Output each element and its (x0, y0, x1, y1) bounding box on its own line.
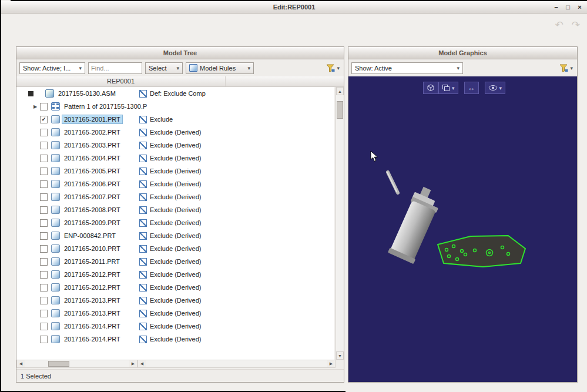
rule-column-scrollbar[interactable]: ◀ ▶ (137, 360, 336, 368)
row-checkbox[interactable] (40, 336, 48, 343)
tree-horizontal-scrollbars: ◀ ▶ ◀ ▶ (16, 360, 344, 368)
model-graphics-title: Model Graphics (438, 49, 487, 56)
cylinder-rod (388, 172, 398, 193)
table-row[interactable]: 2017165-2003.PRT Exclude (Derived) (16, 139, 334, 152)
horizontal-scroll-thumb[interactable] (48, 361, 69, 367)
table-row[interactable]: 2017165-2012.PRT Exclude (Derived) (16, 281, 334, 294)
row-checkbox[interactable] (40, 129, 48, 136)
expand-toggle[interactable]: ▶ (31, 104, 40, 109)
row-checkbox[interactable] (40, 258, 48, 266)
minimize-button[interactable]: – (551, 2, 561, 12)
rule-label: Exclude (Derived) (150, 219, 201, 226)
table-row[interactable]: 2017165-2008.PRT Exclude (Derived) (16, 203, 334, 216)
undo-redo-group: ↶ ↷ (555, 19, 581, 31)
row-checkbox[interactable] (40, 155, 48, 162)
show-filter-dropdown[interactable]: Show: Active; I... ▾ (19, 62, 85, 74)
scroll-up-icon[interactable]: ▲ (336, 87, 344, 95)
name-cell: 2017165-2002.PRT (16, 126, 152, 139)
row-checkbox[interactable] (40, 271, 48, 279)
rule-cell: Exclude (Derived) (139, 310, 201, 317)
name-cell: 2017165-2004.PRT (16, 152, 152, 165)
table-row[interactable]: 2017165-2011.PRT Exclude (Derived) (16, 255, 334, 268)
graphics-show-dropdown[interactable]: Show: Active ▾ (351, 62, 463, 74)
saved-orientations-button[interactable] (423, 82, 438, 94)
table-row[interactable]: 2017165-2004.PRT Exclude (Derived) (16, 152, 334, 165)
rule-cell: Exclude (Derived) (139, 129, 201, 136)
redo-icon[interactable]: ↷ (572, 19, 580, 31)
row-checkbox[interactable] (40, 284, 48, 292)
table-row[interactable]: 2017165-2014.PRT Exclude (Derived) (16, 333, 334, 346)
row-checkbox[interactable] (40, 323, 48, 330)
model-rules-dropdown[interactable]: Model Rules ▾ (186, 62, 254, 74)
tree-column-header: REP0001 (16, 76, 344, 87)
row-checkbox[interactable] (40, 245, 48, 253)
name-column-scrollbar[interactable]: ◀ ▶ (16, 360, 137, 368)
exclude-rule-icon (139, 206, 147, 214)
row-checkbox[interactable] (40, 232, 48, 240)
scroll-down-icon[interactable]: ▼ (336, 351, 344, 360)
select-dropdown[interactable]: Select ▾ (145, 62, 183, 74)
name-cell: ▶ Pattern 1 of 2017155-1300.P (16, 100, 152, 113)
pan-zoom-button[interactable]: ↔ (464, 82, 479, 94)
table-row[interactable]: 2017165-2014.PRT Exclude (Derived) (16, 320, 334, 333)
scroll-left-icon[interactable]: ◀ (17, 360, 25, 367)
cylinder-body (388, 185, 444, 264)
node-label: 2017165-2013.PRT (62, 309, 122, 317)
application-window: Edit:REP0001 – □ × ↶ ↷ Model Tree Show: … (0, 0, 587, 392)
table-row[interactable]: 2017165-2006.PRT Exclude (Derived) (16, 177, 334, 190)
name-cell: 2017165-2013.PRT (16, 307, 152, 320)
name-cell: 2017165-2012.PRT (16, 281, 152, 294)
table-row[interactable]: 2017155-0130.ASM Def: Exclude Comp (16, 87, 334, 100)
viewport[interactable]: ▾ ↔ ▾ (348, 76, 577, 382)
row-checkbox[interactable] (40, 180, 48, 188)
table-row[interactable]: 2017165-2012.PRT Exclude (Derived) (16, 268, 334, 281)
table-row[interactable]: 2017165-2010.PRT Exclude (Derived) (16, 242, 334, 255)
display-style-button[interactable]: ▾ (438, 82, 458, 94)
maximize-button[interactable]: □ (563, 2, 573, 12)
part-icon (51, 219, 60, 227)
rule-cell: Exclude (Derived) (139, 336, 201, 343)
model-tree-list: 2017155-0130.ASM Def: Exclude Comp ▶ Pat… (16, 87, 334, 360)
row-checkbox[interactable] (40, 103, 48, 110)
row-checkbox[interactable] (40, 219, 48, 227)
name-cell: 2017165-2008.PRT (16, 203, 152, 216)
eye-icon (488, 85, 498, 91)
table-row[interactable]: 2017165-2013.PRT Exclude (Derived) (16, 307, 334, 320)
row-checkbox[interactable] (40, 206, 48, 214)
window-controls: – □ × (551, 2, 585, 12)
scroll-right-icon[interactable]: ▶ (327, 360, 335, 367)
table-row[interactable]: 2017165-2009.PRT Exclude (Derived) (16, 216, 334, 229)
table-row[interactable]: 2017165-2013.PRT Exclude (Derived) (16, 294, 334, 307)
row-checkbox[interactable] (40, 167, 48, 175)
tree-filter-button[interactable]: ▾ (326, 64, 341, 72)
row-checkbox[interactable] (40, 142, 48, 149)
table-row[interactable]: 2017165-2007.PRT Exclude (Derived) (16, 190, 334, 203)
root-marker (28, 91, 33, 96)
rule-cell: Exclude (Derived) (139, 219, 201, 227)
table-row[interactable]: 2017165-2002.PRT Exclude (Derived) (16, 126, 334, 139)
scroll-left-icon[interactable]: ◀ (138, 360, 146, 367)
graphics-filter-button[interactable]: ▾ (559, 64, 574, 72)
row-checkbox[interactable] (40, 310, 48, 317)
table-row[interactable]: 2017165-2005.PRT Exclude (Derived) (16, 165, 334, 177)
table-row[interactable]: ✓ 2017165-2001.PRT Exclude (16, 113, 334, 126)
vertical-scroll-thumb[interactable] (337, 101, 343, 119)
visibility-button[interactable]: ▾ (485, 82, 506, 94)
row-checkbox[interactable] (40, 297, 48, 304)
row-checkbox[interactable] (40, 193, 48, 201)
table-row[interactable]: ▶ Pattern 1 of 2017155-1300.P (16, 100, 334, 113)
close-button[interactable]: × (575, 2, 585, 12)
part-icon (51, 322, 60, 330)
scroll-track[interactable] (25, 360, 129, 367)
scroll-track[interactable] (146, 360, 327, 367)
scroll-right-icon[interactable]: ▶ (129, 360, 137, 367)
title-bar[interactable]: Edit:REP0001 – □ × (1, 1, 587, 14)
part-icon (51, 193, 60, 201)
find-input[interactable] (88, 62, 142, 74)
table-row[interactable]: ENP-000842.PRT Exclude (Derived) (16, 229, 334, 242)
tree-vertical-scrollbar[interactable]: ▲ ▼ (336, 87, 344, 360)
row-checkbox[interactable]: ✓ (40, 116, 48, 123)
exclude-rule-icon (139, 232, 147, 240)
undo-icon[interactable]: ↶ (555, 19, 563, 31)
model-graphics-panel: Model Graphics Show: Active ▾ ▾ (348, 46, 578, 383)
